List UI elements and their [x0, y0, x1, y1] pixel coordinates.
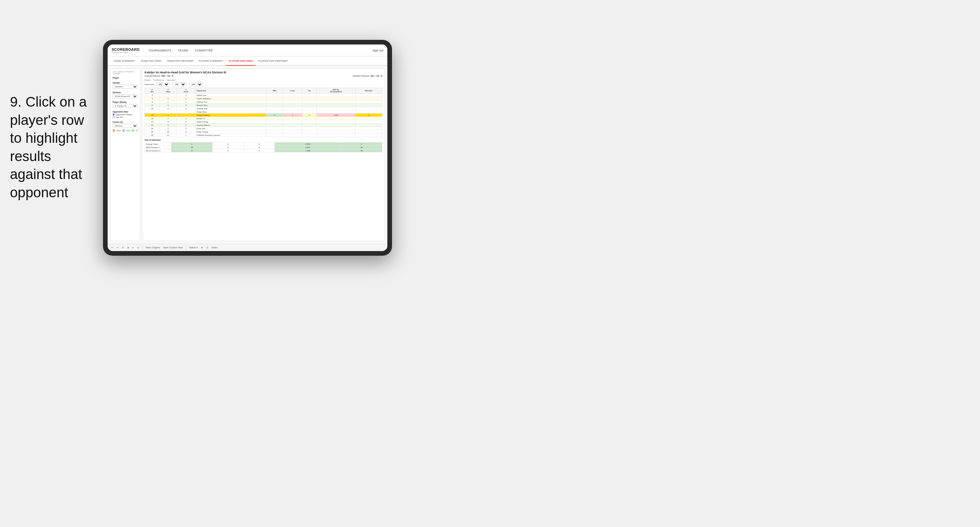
- toolbar-settings[interactable]: ⊙: [136, 246, 140, 249]
- cell-tie: 0: [302, 114, 317, 117]
- toolbar-grid[interactable]: ⊞: [126, 246, 130, 249]
- tab-team-h2h-grid[interactable]: TEAM H2H GRID: [138, 56, 164, 66]
- cell-div: 13: [145, 114, 160, 117]
- cell-tie: [302, 107, 317, 110]
- table-row[interactable]: 9 1 4 Sharon Mun: [145, 103, 382, 107]
- cell-div: [145, 110, 160, 114]
- cell-out-tie: 0: [243, 143, 275, 146]
- toolbar-view-original[interactable]: View: Original: [145, 246, 161, 249]
- col-header-rounds: Rounds: [355, 88, 382, 94]
- sidebar-timestamp: Last Updated: 27/03/2024 16:55:38: [113, 71, 138, 75]
- out-of-division-row[interactable]: NAIA Division 1 15 0 0 9.267 30: [145, 146, 382, 149]
- cell-tie: [302, 94, 317, 97]
- cell-conf: [177, 114, 195, 117]
- colour-by-select[interactable]: Win/loss: [113, 124, 138, 128]
- table-row[interactable]: 15 8 5 Stella Cheng: [145, 120, 382, 124]
- logo-text: SCOREBOARD: [111, 48, 140, 51]
- cell-conf: 4: [177, 103, 195, 107]
- cell-opponent: Euna Lee: [195, 127, 266, 130]
- table-row[interactable]: 14 7 4 Eunice Yi: [145, 117, 382, 120]
- toolbar-plus[interactable]: ⊕: [200, 246, 204, 249]
- cell-diff: [317, 120, 355, 124]
- col-header-opponent: Opponent: [195, 88, 266, 94]
- cell-div: 20: [145, 133, 160, 137]
- colour-dot-down: [113, 129, 115, 132]
- tab-team-summary[interactable]: TEAM SUMMARY: [111, 56, 138, 66]
- cell-diff: [317, 117, 355, 120]
- cell-reg: 6: [160, 107, 177, 110]
- cell-win: 0: [266, 114, 283, 117]
- tab-player-h2h-grid[interactable]: PLAYER H2H GRID: [226, 56, 256, 66]
- cell-loss: [283, 110, 302, 114]
- cell-out-win: 15: [172, 146, 213, 149]
- nav-committee[interactable]: COMMITTEE: [192, 44, 216, 56]
- out-of-division-row[interactable]: NCAA Division 2 5 0 0 7.400 10: [145, 149, 382, 152]
- cell-div: 16: [145, 124, 160, 127]
- col-header-reg: #Reg: [160, 88, 177, 94]
- overall-record: Overall Record: 353 - 34 - 6: [145, 75, 173, 77]
- division-select[interactable]: NCAA Division III: [113, 94, 138, 98]
- toolbar-refresh[interactable]: ⟳: [121, 246, 125, 249]
- toolbar-box[interactable]: ⊡: [205, 246, 209, 249]
- opponents-select[interactable]: (All): [156, 83, 169, 86]
- player-rank-select[interactable]: 8. Katelyn Vo: [113, 104, 138, 108]
- radio-top100[interactable]: Top 100: [113, 116, 138, 118]
- cell-div: 5: [145, 97, 160, 100]
- cell-out-diff: 9.267: [275, 146, 341, 149]
- sidebar-division-label: Division: [113, 91, 138, 94]
- cell-win: [266, 97, 283, 100]
- cell-conf: 2: [177, 97, 195, 100]
- cell-diff: [317, 97, 355, 100]
- cell-reg: 1: [160, 100, 177, 103]
- toolbar-share[interactable]: Share: [211, 246, 219, 249]
- cell-out-tie: 0: [243, 149, 275, 152]
- toolbar-undo[interactable]: ↩: [110, 246, 114, 249]
- colour-up-label: Up: [135, 130, 138, 132]
- cell-opponent: Jessica Huang: [195, 114, 266, 117]
- top-nav: SCOREBOARD Powered by clippd TOURNAMENTS…: [108, 44, 387, 56]
- nav-teams[interactable]: TEAMS: [175, 44, 192, 56]
- tab-player-summary[interactable]: PLAYER SUMMARY: [196, 56, 226, 66]
- toolbar-sep2: [186, 245, 186, 250]
- sidebar-division-section: Division NCAA Division III: [113, 91, 138, 98]
- toolbar-save-custom[interactable]: Save Custom View: [162, 246, 184, 249]
- toolbar-watch[interactable]: Watch ▾: [188, 246, 199, 249]
- conference-select[interactable]: (All): [173, 83, 186, 86]
- table-row[interactable]: 5 2 2 Alexis Sudjianto: [145, 97, 382, 100]
- out-of-division-row[interactable]: Foreign Team 1 0 0 4.500 2: [145, 143, 382, 146]
- radio-opponents-played[interactable]: Opponents Played: [113, 114, 138, 116]
- cell-opponent: Eunice Yi: [195, 117, 266, 120]
- cell-opponent: Andrea York: [195, 107, 266, 110]
- table-row[interactable]: 3 1 Esther Lee: [145, 94, 382, 97]
- tab-player-h2h-heatmap[interactable]: PLAYER H2H HEATMAP: [256, 56, 291, 66]
- gender-select[interactable]: Women's: [113, 85, 138, 89]
- col-header-loss: Loss: [283, 88, 302, 94]
- out-of-division-section: Out of division Foreign Team 1 0 0 4.500…: [145, 139, 382, 152]
- table-row[interactable]: 13 1 Jessica Huang 0 1 0 -3.00 2: [145, 114, 382, 117]
- toolbar-play[interactable]: ▸: [132, 246, 135, 249]
- cell-div: 15: [145, 120, 160, 124]
- table-row[interactable]: 18 2 2 Euna Lee: [145, 127, 382, 130]
- table-row[interactable]: 10 6 3 Andrea York: [145, 107, 382, 110]
- cell-diff: [317, 133, 355, 137]
- cell-conf: 7: [177, 133, 195, 137]
- table-row[interactable]: 6 1 3 Sydney Kuo: [145, 100, 382, 103]
- colour-indicators: Down Level Up: [113, 129, 138, 132]
- table-row[interactable]: Heejo Hyun: [145, 110, 382, 114]
- cell-diff: [317, 110, 355, 114]
- toolbar-redo[interactable]: ↪: [116, 246, 119, 249]
- cell-diff: [317, 103, 355, 107]
- sign-out-button[interactable]: Sign out: [372, 49, 383, 52]
- tab-team-h2h-heatmap[interactable]: TEAM H2H HEATMAP: [164, 56, 196, 66]
- cell-div: 3: [145, 94, 160, 97]
- opponent-filter-label: Opponent: [166, 79, 175, 81]
- nav-links: TOURNAMENTS TEAMS COMMITTEE: [145, 44, 372, 56]
- table-row[interactable]: 16 9 1 Jessica Mason: [145, 124, 382, 127]
- table-row[interactable]: 20 11 7 Federica Domecq Lacroze: [145, 133, 382, 137]
- opponent-filter-select[interactable]: (All): [189, 83, 203, 86]
- table-row[interactable]: 19 10 6 Emily Chang: [145, 130, 382, 133]
- cell-opponent: Sharon Mun: [195, 103, 266, 107]
- nav-tournaments[interactable]: TOURNAMENTS: [145, 44, 174, 56]
- col-header-conf: #Conf: [177, 88, 195, 94]
- cell-out-label: NCAA Division 2: [145, 149, 172, 152]
